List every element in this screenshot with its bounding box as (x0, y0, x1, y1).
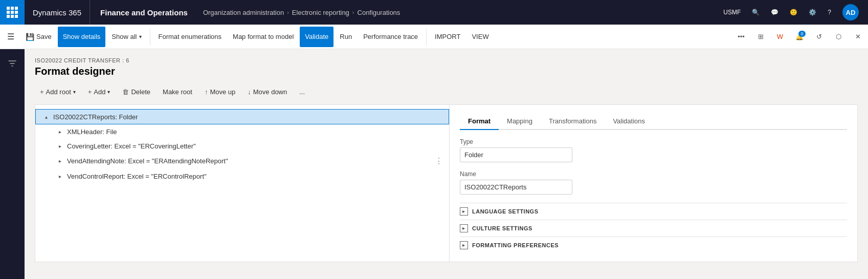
tab-mapping[interactable]: Mapping (499, 113, 541, 130)
type-label: Type (460, 138, 847, 145)
breadcrumb: Organization administration › Electronic… (198, 9, 718, 16)
settings-button[interactable]: ⚙️ (804, 0, 821, 25)
import-button[interactable]: IMPORT (430, 27, 465, 47)
drag-handle-icon[interactable]: ⋮ (435, 156, 443, 166)
save-button[interactable]: 💾 Save (20, 27, 57, 47)
language-settings-label: LANGUAGE SETTINGS (472, 208, 539, 214)
top-nav-right-actions: USMF 🔍 💬 🙂 ⚙️ ? AD (718, 0, 868, 25)
add-dropdown-icon: ▾ (107, 89, 110, 95)
refresh-button[interactable]: ↺ (811, 29, 827, 45)
tenant-label: USMF (718, 0, 746, 25)
run-button[interactable]: Run (335, 27, 357, 47)
more-options-button[interactable]: ••• (733, 29, 749, 45)
toolbar-more-button[interactable]: ... (294, 85, 310, 98)
breadcrumb-item-3[interactable]: Configurations (358, 9, 400, 16)
tree-toggle-covering[interactable]: ▸ (56, 142, 64, 150)
name-field-group: Name (460, 170, 847, 195)
culture-settings-expand-icon: ▸ (460, 224, 468, 232)
app-label: Finance and Operations (90, 0, 198, 25)
formatting-preferences-section[interactable]: ▸ FORMATTING PREFERENCES (460, 237, 847, 253)
delete-button[interactable]: 🗑 Delete (117, 85, 155, 98)
tree-toggle-vendcontrol[interactable]: ▸ (56, 172, 64, 180)
ribbon-bar: ☰ 💾 Save Show details Show all ▾ Format … (0, 25, 868, 49)
breadcrumb-sep-2: › (352, 9, 354, 15)
left-sidebar (0, 49, 25, 279)
performance-trace-button[interactable]: Performance trace (358, 27, 423, 47)
ribbon-right-icons: ••• ⊞ W 🔔 0 ↺ ⬡ ✕ (733, 29, 866, 45)
notifications-button[interactable]: 🔔 0 (791, 29, 808, 45)
breadcrumb-item-1[interactable]: Organization administration (203, 9, 284, 16)
designer-panels: ▴ ISO20022CTReports: Folder ▸ XMLHeader:… (35, 104, 858, 262)
language-settings-section[interactable]: ▸ LANGUAGE SETTINGS (460, 203, 847, 220)
brand-label: Dynamics 365 (25, 0, 90, 25)
tree-item-label-covering: CoveringLetter: Excel = "ERCoveringLette… (67, 142, 196, 150)
view-button[interactable]: VIEW (466, 27, 494, 47)
user-initials: AD (842, 4, 859, 20)
waffle-button[interactable] (0, 0, 25, 25)
sidebar-filter-icon[interactable] (2, 53, 23, 74)
format-enumerations-button[interactable]: Format enumerations (153, 27, 227, 47)
show-all-button[interactable]: Show all ▾ (106, 27, 146, 47)
grid-icon-button[interactable]: ⊞ (752, 29, 769, 45)
tree-toggle-xmlheader[interactable]: ▸ (56, 127, 64, 136)
user-avatar[interactable]: AD (837, 0, 864, 25)
tab-validations[interactable]: Validations (605, 113, 653, 130)
tree-item-covering[interactable]: ▸ CoveringLetter: Excel = "ERCoveringLet… (35, 139, 449, 153)
formatting-preferences-expand-icon: ▸ (460, 241, 468, 249)
tree-toggle-vendattending[interactable]: ▸ (56, 157, 64, 165)
tree-item-root[interactable]: ▴ ISO20022CTReports: Folder (35, 109, 449, 124)
office-icon-button[interactable]: W (772, 29, 788, 45)
top-navigation: Dynamics 365 Finance and Operations Orga… (0, 0, 868, 25)
help-button[interactable]: ? (822, 0, 836, 25)
tree-item-label-xmlheader: XMLHeader: File (67, 128, 117, 136)
tree-item-label-vendcontrol: VendControlReport: Excel = "ERControlRep… (67, 173, 207, 180)
format-toolbar: + Add root ▾ + Add ▾ 🗑 Delete Make root … (35, 85, 858, 98)
open-in-new-button[interactable]: ⬡ (830, 29, 847, 45)
type-input[interactable] (460, 147, 572, 162)
tree-toggle-root[interactable]: ▴ (42, 113, 50, 121)
add-root-icon: + (40, 88, 44, 96)
main-content: ISO20022 CREDIT TRANSFER : 6 Format desi… (25, 49, 868, 279)
move-up-icon: ↑ (205, 88, 208, 96)
page-subtitle: ISO20022 CREDIT TRANSFER : 6 (35, 57, 858, 63)
type-field-group: Type (460, 138, 847, 162)
ribbon-separator-2 (426, 29, 427, 45)
map-format-to-model-button[interactable]: Map format to model (228, 27, 299, 47)
validate-button[interactable]: Validate (300, 27, 333, 47)
add-root-button[interactable]: + Add root ▾ (35, 85, 81, 98)
show-details-button[interactable]: Show details (58, 27, 106, 47)
name-label: Name (460, 170, 847, 178)
language-settings-expand-icon: ▸ (460, 207, 468, 216)
app-layout: ISO20022 CREDIT TRANSFER : 6 Format desi… (0, 49, 868, 279)
panel-tabs: Format Mapping Transformations Validatio… (460, 113, 847, 130)
move-down-button[interactable]: ↓ Move down (242, 85, 292, 98)
tree-item-label-vendattending: VendAttendingNote: Excel = "ERAttendingN… (67, 157, 228, 165)
culture-settings-section[interactable]: ▸ CULTURE SETTINGS (460, 220, 847, 237)
hamburger-menu[interactable]: ☰ (2, 27, 19, 47)
right-panel: Format Mapping Transformations Validatio… (450, 105, 857, 262)
tab-format[interactable]: Format (460, 113, 499, 130)
close-button[interactable]: ✕ (850, 29, 866, 45)
tree-panel: ▴ ISO20022CTReports: Folder ▸ XMLHeader:… (35, 105, 450, 262)
save-icon: 💾 (26, 33, 34, 41)
name-input[interactable] (460, 180, 572, 195)
add-root-dropdown-icon: ▾ (73, 89, 76, 95)
tree-item-vendcontrol[interactable]: ▸ VendControlReport: Excel = "ERControlR… (35, 169, 449, 183)
notification-count: 0 (798, 31, 806, 37)
breadcrumb-item-2[interactable]: Electronic reporting (292, 9, 349, 16)
tree-item-label-root: ISO20022CTReports: Folder (53, 113, 138, 121)
notifications-badge-wrapper: 🔔 0 (795, 33, 804, 40)
smiley-button[interactable]: 🙂 (785, 0, 803, 25)
chat-button[interactable]: 💬 (766, 0, 784, 25)
add-button[interactable]: + Add ▾ (83, 85, 116, 98)
move-up-button[interactable]: ↑ Move up (199, 85, 240, 98)
delete-icon: 🗑 (122, 88, 129, 96)
tab-transformations[interactable]: Transformations (541, 113, 605, 130)
add-icon: + (88, 88, 92, 96)
show-all-dropdown-icon: ▾ (139, 34, 142, 39)
waffle-icon (7, 7, 18, 18)
search-button[interactable]: 🔍 (747, 0, 765, 25)
tree-item-vendattending[interactable]: ▸ VendAttendingNote: Excel = "ERAttendin… (35, 153, 449, 169)
tree-item-xmlheader[interactable]: ▸ XMLHeader: File (35, 124, 449, 139)
make-root-button[interactable]: Make root (158, 85, 197, 98)
